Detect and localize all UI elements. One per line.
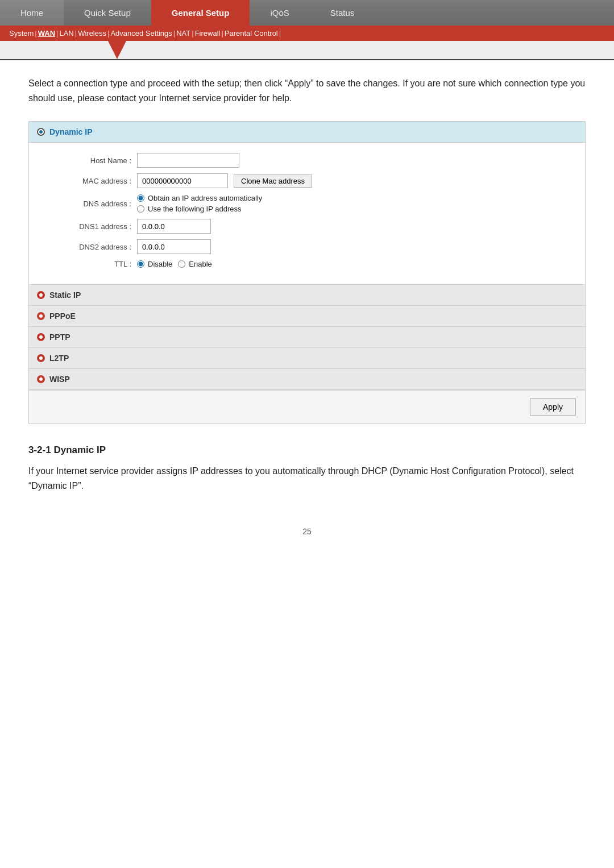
section-l2tp[interactable]: L2TP (29, 348, 585, 369)
dns-address-row: DNS address : Obtain an IP address autom… (40, 194, 574, 213)
radio-pppoe[interactable] (37, 312, 45, 320)
mac-row-group: Clone Mac address (137, 173, 312, 188)
dns-auto-option[interactable]: Obtain an IP address automatically (137, 194, 262, 202)
radio-l2tp[interactable] (37, 354, 45, 362)
dns-manual-radio[interactable] (137, 205, 144, 213)
crumb-advanced[interactable]: Advanced Settings (110, 29, 172, 38)
crumb-wireless[interactable]: Wireless (78, 29, 106, 38)
dns-manual-label: Use the following IP address (148, 205, 242, 213)
top-nav: Home Quick Setup General Setup iQoS Stat… (0, 0, 614, 60)
nav-home[interactable]: Home (0, 0, 64, 26)
section-dynamic-ip[interactable]: Dynamic IP (29, 122, 585, 143)
radio-static-ip[interactable] (37, 291, 45, 299)
section-dynamic-ip-label: Dynamic IP (49, 127, 92, 136)
host-name-input[interactable] (137, 153, 239, 168)
crumb-lan[interactable]: LAN (59, 29, 73, 38)
crumb-parental[interactable]: Parental Control (225, 29, 278, 38)
ttl-enable-radio[interactable] (178, 260, 185, 268)
mac-address-input[interactable] (137, 173, 228, 188)
crumb-firewall[interactable]: Firewall (195, 29, 221, 38)
radio-pptp[interactable] (37, 333, 45, 341)
nav-general-setup[interactable]: General Setup (151, 0, 250, 26)
dns2-row: DNS2 address : (40, 239, 574, 254)
dns-auto-radio[interactable] (137, 194, 144, 202)
crumb-wan[interactable]: WAN (38, 29, 55, 38)
page-number: 25 (28, 527, 586, 536)
dns1-row: DNS1 address : (40, 219, 574, 234)
dns1-label: DNS1 address : (40, 222, 131, 231)
section-wisp-label: WISP (49, 375, 70, 384)
dns-address-label: DNS address : (40, 200, 131, 208)
crumb-nat[interactable]: NAT (176, 29, 190, 38)
host-name-row: Host Name : (40, 153, 574, 168)
ttl-row: TTL : Disable Enable (40, 260, 574, 268)
breadcrumb: System | WAN | LAN | Wireless | Advanced… (0, 26, 614, 41)
mac-address-label: MAC address : (40, 177, 131, 185)
dynamic-ip-heading: 3-2-1 Dynamic IP (28, 445, 586, 456)
arrow-decoration (0, 41, 614, 59)
nav-quick-setup[interactable]: Quick Setup (64, 0, 151, 26)
clone-mac-button[interactable]: Clone Mac address (234, 175, 312, 188)
section-l2tp-label: L2TP (49, 354, 69, 363)
section-pppoe[interactable]: PPPoE (29, 306, 585, 327)
dns-auto-label: Obtain an IP address automatically (148, 194, 262, 202)
dns-radio-group: Obtain an IP address automatically Use t… (137, 194, 262, 213)
dns2-input[interactable] (137, 239, 211, 254)
apply-button[interactable]: Apply (530, 398, 576, 416)
dns-manual-option[interactable]: Use the following IP address (137, 205, 262, 213)
apply-row: Apply (29, 390, 585, 423)
section-static-ip[interactable]: Static IP (29, 285, 585, 306)
mac-address-row: MAC address : Clone Mac address (40, 173, 574, 188)
section-pppoe-label: PPPoE (49, 312, 76, 321)
dns1-input[interactable] (137, 219, 211, 234)
intro-text: Select a connection type and proceed wit… (28, 76, 586, 105)
ttl-disable-option[interactable]: Disable (137, 260, 172, 268)
arrow-icon (108, 41, 126, 59)
ttl-disable-radio[interactable] (137, 260, 144, 268)
ttl-enable-label: Enable (189, 260, 211, 268)
section-pptp-label: PPTP (49, 333, 70, 342)
ttl-disable-label: Disable (148, 260, 172, 268)
dynamic-ip-form: Host Name : MAC address : Clone Mac addr… (29, 143, 585, 285)
ttl-options: Disable Enable (137, 260, 212, 268)
host-name-label: Host Name : (40, 156, 131, 165)
page-content: Select a connection type and proceed wit… (0, 60, 614, 564)
radio-wisp[interactable] (37, 375, 45, 383)
section-static-ip-label: Static IP (49, 290, 81, 300)
ttl-enable-option[interactable]: Enable (178, 260, 211, 268)
ttl-label: TTL : (40, 260, 131, 268)
nav-iqos[interactable]: iQoS (250, 0, 309, 26)
connection-panel: Dynamic IP Host Name : MAC address : Clo… (28, 121, 586, 424)
dns2-label: DNS2 address : (40, 243, 131, 251)
section-wisp[interactable]: WISP (29, 369, 585, 390)
section-pptp[interactable]: PPTP (29, 327, 585, 348)
radio-dynamic-ip[interactable] (37, 128, 45, 136)
crumb-system[interactable]: System (9, 29, 34, 38)
nav-bar: Home Quick Setup General Setup iQoS Stat… (0, 0, 614, 26)
dynamic-ip-description: If your Internet service provider assign… (28, 464, 586, 493)
nav-status[interactable]: Status (310, 0, 375, 26)
